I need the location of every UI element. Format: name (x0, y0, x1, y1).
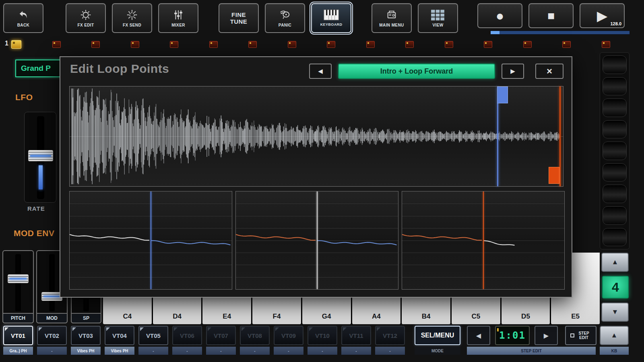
loop-end-handle[interactable] (549, 167, 559, 184)
position-next-button[interactable]: ▶ (535, 326, 558, 345)
corner-flag-icon (208, 327, 211, 331)
octave-down-button[interactable]: ▼ (601, 302, 629, 322)
led-slot (603, 185, 627, 203)
prev-arrow-icon: ◀ (476, 332, 481, 339)
next-arrow-icon: ▶ (510, 68, 515, 75)
slider-handle[interactable] (28, 150, 53, 161)
track-button[interactable]: VT08 (240, 326, 270, 345)
loop-mode-select[interactable]: Intro + Loop Forward (338, 64, 495, 79)
track-button[interactable]: VT02 (37, 326, 67, 345)
record-button[interactable]: ● (477, 3, 522, 28)
view-label: VIEW (432, 23, 443, 28)
key-label: F4 (273, 313, 281, 321)
track-status-label: - (51, 349, 52, 353)
track-button[interactable]: VT09 (274, 326, 303, 345)
mixer-button[interactable]: MIXER (158, 3, 198, 33)
play-button[interactable]: ▶ 128.0 (580, 3, 625, 28)
preset-name: Grand P (21, 64, 51, 73)
track-label: VT03 (78, 332, 93, 339)
main-menu-button[interactable]: MAIN MENU (372, 3, 412, 33)
track-button[interactable]: VT11 (341, 326, 371, 345)
zoom-canvas[interactable] (402, 191, 564, 289)
pad-icon[interactable] (11, 40, 21, 49)
sel-menu-button[interactable]: SEL/MENU (415, 326, 460, 345)
pad-icon[interactable] (91, 41, 100, 48)
slider-value-bar (39, 165, 43, 189)
track-status-segment: - (172, 347, 202, 355)
pad-icon[interactable] (327, 41, 335, 48)
track-label: VT05 (146, 332, 161, 339)
stop-button[interactable]: ■ (528, 3, 574, 28)
track-status-label: Vibes PH (111, 349, 128, 353)
track-button[interactable]: VT12 (375, 326, 405, 345)
track-button[interactable]: VT10 (308, 326, 337, 345)
fx-send-button[interactable]: FX SEND (112, 3, 152, 33)
step-edit-button[interactable]: STEP EDIT (565, 326, 597, 345)
track-buttons: VT01 VT02 VT03 VT04 VT05 VT06 VT07 (3, 326, 405, 345)
track-label: VT11 (349, 332, 363, 339)
track-label: VT01 (11, 332, 25, 339)
pad-icon[interactable] (248, 41, 257, 48)
pad-icon[interactable] (405, 41, 414, 48)
track-label: VT04 (112, 332, 127, 339)
back-button[interactable]: BACK (3, 3, 43, 33)
pad-icon[interactable] (445, 41, 453, 48)
loop-mode-next-button[interactable]: ▶ (502, 64, 524, 79)
octave-up-button[interactable]: ▲ (601, 253, 629, 272)
track-button[interactable]: VT06 (172, 326, 202, 345)
keyboard-button[interactable]: KEYBOARD (311, 3, 351, 33)
fx-edit-label: FX EDIT (77, 23, 94, 28)
pad-icon[interactable] (366, 41, 375, 48)
fader-track (49, 254, 55, 311)
zoom-panels (69, 191, 565, 290)
octave-value: 4 (612, 280, 619, 295)
track-status-label: Gra..) PH (10, 349, 27, 353)
up-arrow-icon: ▲ (612, 258, 619, 266)
zoom-canvas[interactable] (236, 191, 398, 289)
pad-icon[interactable] (170, 41, 178, 48)
view-button[interactable]: VIEW (418, 3, 458, 33)
fader-handle[interactable] (8, 274, 29, 283)
stop-icon: ■ (547, 10, 555, 22)
fx-edit-button[interactable]: FX EDIT (66, 3, 106, 33)
pad-icon[interactable] (131, 41, 139, 48)
loop-end-line (559, 86, 561, 186)
kb-up-button[interactable]: ▲ (600, 326, 629, 345)
track-status-label: - (389, 349, 390, 353)
pad-icon[interactable] (602, 41, 610, 48)
track-row: VT01 VT02 VT03 VT04 VT05 VT06 VT07 (0, 326, 644, 346)
key-label: E4 (223, 313, 231, 321)
track-button[interactable]: VT07 (206, 326, 236, 345)
loop-mode-prev-button[interactable]: ◀ (309, 64, 332, 79)
track-button[interactable]: VT01 (3, 326, 33, 345)
key-label: G4 (322, 313, 331, 321)
zoom-canvas[interactable] (70, 191, 232, 289)
track-button[interactable]: VT04 (105, 326, 134, 345)
fine-tune-button[interactable]: FINE TUNE (219, 3, 259, 33)
preset-display[interactable]: Grand P (15, 60, 63, 77)
position-display: 1:01 (495, 326, 530, 345)
waveform-canvas[interactable] (70, 86, 563, 186)
corner-flag-icon (242, 327, 245, 331)
track-button[interactable]: VT03 (71, 326, 101, 345)
loop-start-handle[interactable] (497, 86, 508, 103)
pad-icon[interactable] (484, 41, 492, 48)
pad-icon[interactable] (288, 41, 296, 48)
progress-fill (491, 31, 500, 34)
key-label: E5 (571, 313, 580, 321)
panic-button[interactable]: PANIC (265, 3, 305, 33)
song-progress-bar[interactable] (490, 31, 630, 35)
dialog-close-button[interactable]: × (535, 64, 564, 79)
track-status-segment: Vibes PH (105, 347, 134, 355)
pad-icon[interactable] (209, 41, 218, 48)
pad-icon[interactable] (523, 41, 532, 48)
track-button[interactable]: VT05 (138, 326, 168, 345)
led-slot (603, 163, 627, 182)
sel-menu-label: SEL/MENU (421, 332, 454, 339)
pad-icon[interactable] (52, 41, 61, 48)
pad-page-number: 1 (5, 40, 8, 47)
position-prev-button[interactable]: ◀ (467, 326, 490, 345)
kb-status-label: KB (600, 347, 629, 355)
pad-icon[interactable] (562, 41, 571, 48)
edit-loop-points-dialog: Edit Loop Points ◀ Intro + Loop Forward … (60, 56, 572, 298)
